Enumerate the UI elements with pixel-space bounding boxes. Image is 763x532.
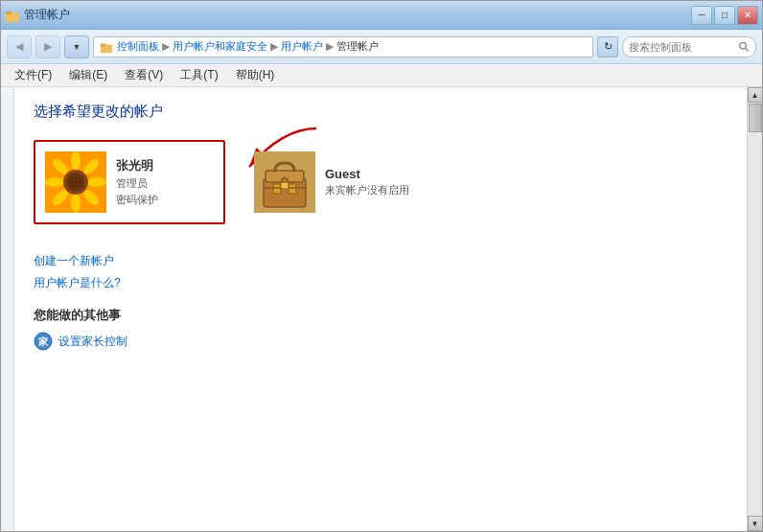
parental-control-link[interactable]: 设置家长控制 bbox=[58, 334, 127, 350]
account-info-guest: Guest 来宾帐户没有启用 bbox=[325, 167, 409, 197]
scrollbar: ▲ ▼ bbox=[747, 87, 762, 531]
watermark-line2: 头条号 / 凡人凡言 bbox=[652, 508, 734, 522]
menu-tools[interactable]: 工具(T) bbox=[173, 65, 225, 85]
bottom-links: 创建一个新帐户 用户帐户是什么? bbox=[34, 253, 728, 291]
avatar-zhangguangming bbox=[45, 151, 106, 213]
svg-point-4 bbox=[740, 42, 747, 49]
page-title: 选择希望更改的帐户 bbox=[34, 103, 728, 121]
create-account-link[interactable]: 创建一个新帐户 bbox=[34, 253, 728, 269]
titlebar: 管理帐户 ─ □ ✕ bbox=[1, 1, 762, 30]
search-bar bbox=[622, 36, 756, 58]
svg-text:家: 家 bbox=[38, 336, 49, 347]
account-status-zhangguangming: 密码保护 bbox=[116, 193, 158, 207]
svg-point-9 bbox=[71, 194, 81, 213]
scroll-up-button[interactable]: ▲ bbox=[748, 87, 763, 103]
svg-line-5 bbox=[746, 48, 749, 51]
svg-point-20 bbox=[78, 178, 81, 181]
breadcrumb-bar: 控制面板 ▶ 用户帐户和家庭安全 ▶ 用户帐户 ▶ 管理帐户 bbox=[93, 36, 593, 58]
breadcrumb-icon bbox=[100, 40, 113, 54]
svg-rect-30 bbox=[273, 184, 281, 194]
content: 选择希望更改的帐户 bbox=[14, 87, 747, 531]
menu-help[interactable]: 帮助(H) bbox=[228, 65, 283, 85]
svg-point-26 bbox=[78, 184, 81, 187]
svg-rect-29 bbox=[266, 171, 304, 182]
back-button[interactable]: ◀ bbox=[7, 35, 32, 58]
accounts-list: 张光明 管理员 密码保护 bbox=[34, 140, 728, 224]
window-icon bbox=[5, 8, 20, 23]
titlebar-controls: ─ □ ✕ bbox=[691, 6, 758, 25]
avatar-guest bbox=[254, 151, 315, 213]
svg-point-24 bbox=[72, 184, 75, 187]
breadcrumb-user-accounts[interactable]: 用户帐户 bbox=[281, 39, 323, 54]
svg-point-11 bbox=[87, 177, 106, 187]
what-is-account-link[interactable]: 用户帐户是什么? bbox=[34, 275, 728, 291]
titlebar-left: 管理帐户 bbox=[5, 7, 70, 23]
scroll-down-button[interactable]: ▼ bbox=[748, 516, 763, 531]
watermark-line1: 路由器 bbox=[652, 494, 734, 508]
menubar: 文件(F) 编辑(E) 查看(V) 工具(T) 帮助(H) bbox=[1, 64, 762, 87]
account-info-zhangguangming: 张光明 管理员 密码保护 bbox=[116, 157, 158, 207]
close-button[interactable]: ✕ bbox=[737, 6, 758, 25]
svg-point-19 bbox=[75, 177, 78, 180]
svg-rect-31 bbox=[289, 184, 296, 194]
forward-button[interactable]: ▶ bbox=[35, 35, 60, 58]
minimize-button[interactable]: ─ bbox=[691, 6, 712, 25]
svg-rect-1 bbox=[6, 12, 12, 14]
account-card-zhangguangming[interactable]: 张光明 管理员 密码保护 bbox=[34, 140, 225, 224]
window-title: 管理帐户 bbox=[24, 7, 70, 23]
svg-rect-3 bbox=[101, 43, 105, 46]
menu-view[interactable]: 查看(V) bbox=[117, 65, 171, 85]
scroll-track bbox=[748, 103, 762, 516]
parental-control-icon: 家 bbox=[34, 332, 53, 351]
main-window: 管理帐户 ─ □ ✕ ◀ ▶ ▼ 控制面板 ▶ 用户帐户和家庭安全 ▶ 用户帐户… bbox=[0, 0, 763, 532]
menu-file[interactable]: 文件(F) bbox=[7, 65, 59, 85]
breadcrumb-user-accounts-family[interactable]: 用户帐户和家庭安全 bbox=[173, 39, 267, 54]
svg-point-18 bbox=[72, 178, 75, 181]
task-item-parental-control: 家 设置家长控制 bbox=[34, 332, 728, 351]
watermark: 路由器 头条号 / 凡人凡言 bbox=[652, 494, 734, 522]
up-button[interactable]: ▼ bbox=[64, 35, 89, 58]
svg-point-25 bbox=[75, 185, 78, 188]
svg-point-22 bbox=[75, 181, 78, 184]
guest-image bbox=[254, 151, 315, 213]
breadcrumb-current: 管理帐户 bbox=[336, 39, 379, 54]
search-input[interactable] bbox=[629, 41, 735, 53]
svg-point-23 bbox=[79, 181, 81, 184]
account-role-zhangguangming: 管理员 bbox=[116, 176, 158, 191]
main-area: 选择希望更改的帐户 bbox=[1, 87, 762, 531]
svg-point-10 bbox=[45, 177, 64, 187]
account-card-guest[interactable]: Guest 来宾帐户没有启用 bbox=[244, 140, 436, 224]
sunflower-image bbox=[45, 151, 106, 213]
account-name-guest: Guest bbox=[325, 167, 409, 181]
scroll-thumb[interactable] bbox=[749, 104, 762, 132]
other-tasks-title: 您能做的其他事 bbox=[34, 307, 728, 324]
sidebar bbox=[1, 87, 14, 531]
maximize-button[interactable]: □ bbox=[714, 6, 735, 25]
account-name-zhangguangming: 张光明 bbox=[116, 157, 158, 174]
svg-point-8 bbox=[71, 151, 81, 171]
menu-edit[interactable]: 编辑(E) bbox=[61, 65, 115, 85]
breadcrumb-control-panel[interactable]: 控制面板 bbox=[117, 39, 159, 54]
addressbar: ◀ ▶ ▼ 控制面板 ▶ 用户帐户和家庭安全 ▶ 用户帐户 ▶ 管理帐户 ↻ bbox=[1, 30, 762, 64]
account-role-guest: 来宾帐户没有启用 bbox=[325, 183, 409, 197]
svg-rect-33 bbox=[281, 182, 289, 189]
search-icon bbox=[739, 41, 750, 53]
refresh-button[interactable]: ↻ bbox=[597, 36, 618, 58]
svg-point-21 bbox=[71, 181, 74, 184]
